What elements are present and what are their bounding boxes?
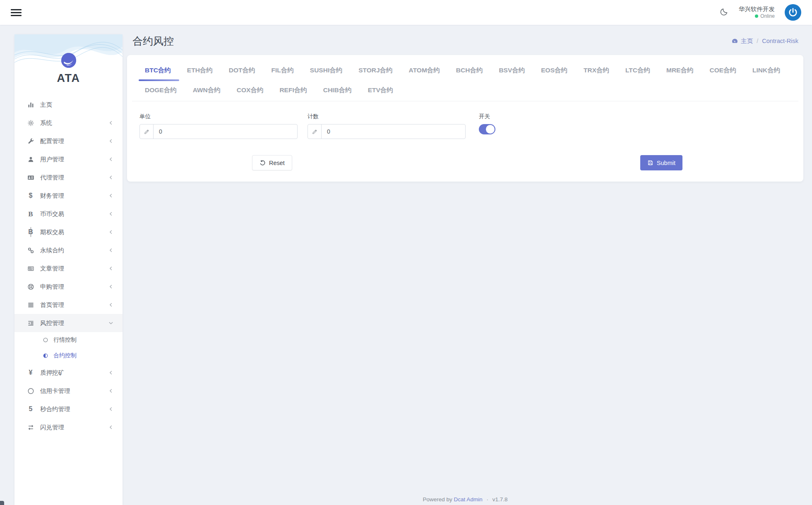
reset-button[interactable]: Reset — [252, 155, 292, 170]
chevron-left-icon — [108, 229, 114, 235]
breadcrumb-home-label: 主页 — [741, 37, 753, 45]
unit-field-group: 单位 — [139, 113, 298, 139]
sidebar-item-label: 期权交易 — [40, 228, 108, 236]
page-header: 合约风控 主页 / Contract-Risk — [127, 34, 803, 48]
breadcrumb: 主页 / Contract-Risk — [731, 37, 798, 45]
hamburger-menu-icon[interactable] — [11, 8, 22, 17]
tab-fil-contract[interactable]: FIL合约 — [271, 66, 294, 81]
tab-dot-contract[interactable]: DOT合约 — [229, 66, 255, 81]
dark-mode-moon-icon[interactable] — [719, 7, 729, 17]
tab-bsv-contract[interactable]: BSV合约 — [499, 66, 525, 81]
sidebar-subitem-label: 行情控制 — [53, 336, 77, 344]
sidebar-item-label: 秒合约管理 — [40, 405, 108, 413]
sidebar-item-label: 币币交易 — [40, 210, 108, 218]
user-menu[interactable]: 华兴软件开发 Online — [739, 5, 775, 19]
sidebar: ATA 主页系统配置管理用户管理代理管理$财务管理B币币交易B期权交易永续合约文… — [14, 34, 123, 505]
form-actions: Reset Submit — [127, 155, 803, 170]
sidebar-subitem-contract-control[interactable]: 合约控制 — [14, 348, 123, 364]
sidebar-menu: 主页系统配置管理用户管理代理管理$财务管理B币币交易B期权交易永续合约文章管理申… — [14, 96, 123, 505]
sidebar-banner: ATA — [14, 34, 123, 96]
five-icon: 5 — [26, 405, 35, 413]
submit-button-label: Submit — [657, 160, 675, 166]
tab-row-1: BTC合约ETH合约DOT合约FIL合约SUSHI合约STORJ合约ATOM合约… — [145, 66, 798, 81]
tab-etv-contract[interactable]: ETV合约 — [368, 86, 393, 101]
sidebar-item-system[interactable]: 系统 — [14, 114, 123, 132]
sidebar-item-finance[interactable]: $财务管理 — [14, 187, 123, 205]
sidebar-item-homepage[interactable]: 首页管理 — [14, 296, 123, 314]
sidebar-item-label: 代理管理 — [40, 174, 108, 182]
sidebar-item-flash-exchange[interactable]: 闪兑管理 — [14, 418, 123, 436]
avatar[interactable] — [785, 4, 801, 21]
sidebar-item-users[interactable]: 用户管理 — [14, 150, 123, 168]
count-field-group: 计数 — [308, 113, 466, 139]
breadcrumb-home-link[interactable]: 主页 — [731, 37, 753, 45]
chevron-left-icon — [108, 138, 114, 144]
baht-icon: B — [26, 228, 35, 236]
tab-sushi-contract[interactable]: SUSHI合约 — [310, 66, 342, 81]
sidebar-item-config[interactable]: 配置管理 — [14, 132, 123, 150]
sidebar-item-label: 配置管理 — [40, 137, 108, 145]
switch-toggle-on[interactable] — [479, 124, 495, 134]
chevron-down-icon — [108, 320, 114, 326]
sidebar-item-home[interactable]: 主页 — [14, 96, 123, 114]
tab-coe-contract[interactable]: COE合约 — [709, 66, 736, 81]
chevron-left-icon — [108, 211, 114, 217]
dashboard-gauge-icon — [731, 38, 738, 45]
tab-cox-contract[interactable]: COX合约 — [237, 86, 264, 101]
save-floppy-icon — [647, 160, 653, 166]
sidebar-item-credit-card[interactable]: 信用卡管理 — [14, 382, 123, 400]
tab-bch-contract[interactable]: BCH合约 — [456, 66, 483, 81]
sidebar-item-agents[interactable]: 代理管理 — [14, 168, 123, 187]
tab-awn-contract[interactable]: AWN合约 — [193, 86, 221, 101]
footer-version: v1.7.8 — [492, 496, 508, 503]
tab-link-contract[interactable]: LINK合约 — [752, 66, 780, 81]
sidebar-item-options-trade[interactable]: B期权交易 — [14, 223, 123, 241]
tab-eos-contract[interactable]: EOS合约 — [541, 66, 567, 81]
tab-trx-contract[interactable]: TRX合约 — [584, 66, 609, 81]
newspaper-icon — [26, 264, 35, 273]
sidebar-item-second-contract[interactable]: 5秒合约管理 — [14, 400, 123, 418]
navbar-right: 华兴软件开发 Online — [719, 4, 801, 21]
tab-eth-contract[interactable]: ETH合约 — [187, 66, 213, 81]
tab-refi-contract[interactable]: REFI合约 — [279, 86, 307, 101]
submit-button[interactable]: Submit — [640, 155, 682, 170]
sidebar-item-staking[interactable]: ¥质押挖矿 — [14, 364, 123, 382]
chevron-left-icon — [108, 265, 114, 272]
tab-storj-contract[interactable]: STORJ合约 — [358, 66, 392, 81]
main-content: 合约风控 主页 / Contract-Risk BTC合约ETH合约DOT合约F… — [127, 25, 803, 505]
online-status-dot — [755, 14, 758, 18]
reset-button-label: Reset — [269, 160, 285, 166]
chevron-left-icon — [108, 120, 114, 126]
dcat-admin-link[interactable]: Dcat Admin — [454, 496, 483, 503]
count-label: 计数 — [308, 113, 466, 120]
brand-logo — [61, 53, 76, 68]
chevron-left-icon — [108, 302, 114, 308]
outdent-icon — [26, 319, 35, 327]
sidebar-item-label: 闪兑管理 — [40, 424, 108, 431]
sidebar-item-spot-trade[interactable]: B币币交易 — [14, 205, 123, 223]
tab-btc-contract[interactable]: BTC合约 — [145, 66, 171, 81]
btc-b-icon: B — [26, 210, 35, 218]
sidebar-item-label: 质押挖矿 — [40, 369, 108, 377]
sidebar-item-label: 主页 — [40, 101, 114, 109]
corner-widget-cutoff[interactable] — [0, 501, 4, 505]
unit-input[interactable] — [154, 124, 297, 139]
chevron-left-icon — [108, 406, 114, 412]
tab-mre-contract[interactable]: MRE合约 — [666, 66, 693, 81]
tab-chib-contract[interactable]: CHIB合约 — [323, 86, 352, 101]
sidebar-subitem-market-control[interactable]: 行情控制 — [14, 332, 123, 348]
sidebar-item-label: 信用卡管理 — [40, 387, 108, 395]
sidebar-item-subscription[interactable]: 申购管理 — [14, 278, 123, 296]
dollar-icon: $ — [26, 191, 35, 200]
sidebar-item-perpetual[interactable]: 永续合约 — [14, 241, 123, 259]
breadcrumb-current: Contract-Risk — [762, 38, 798, 44]
life-ring-icon — [26, 282, 35, 291]
count-input[interactable] — [322, 124, 465, 139]
sidebar-item-label: 文章管理 — [40, 265, 108, 273]
tab-doge-contract[interactable]: DOGE合约 — [145, 86, 177, 101]
tab-atom-contract[interactable]: ATOM合约 — [409, 66, 440, 81]
brand-name: ATA — [14, 72, 123, 85]
sidebar-item-risk-control[interactable]: 风控管理 — [14, 314, 123, 332]
tab-ltc-contract[interactable]: LTC合约 — [625, 66, 650, 81]
sidebar-item-articles[interactable]: 文章管理 — [14, 259, 123, 278]
